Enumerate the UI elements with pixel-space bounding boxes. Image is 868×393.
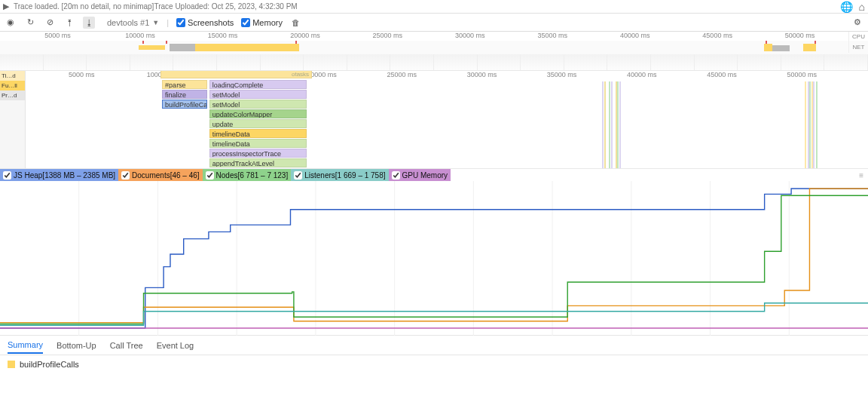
- flame-bar[interactable]: processInspectorTrace: [209, 149, 307, 158]
- flame-track-header[interactable]: Ti…d: [0, 71, 25, 81]
- screenshot-thumb[interactable]: [564, 54, 608, 70]
- context-label: devtools #1: [107, 18, 149, 27]
- screenshots-checkbox[interactable]: [176, 18, 185, 27]
- screenshot-thumb[interactable]: [824, 54, 868, 70]
- home-icon[interactable]: ⌂: [859, 1, 865, 13]
- legend-listeners-label: Listeners[1 669 – 1 758]: [304, 171, 385, 180]
- context-selector[interactable]: devtools #1 ▼: [107, 18, 159, 27]
- toolbar: ◉ ↻ ⊘ ⭱ ⭳ devtools #1 ▼ | Screenshots Me…: [0, 14, 868, 32]
- screenshot-thumb[interactable]: [304, 54, 347, 70]
- flame-tick: 30000 ms: [467, 71, 497, 78]
- screenshot-thumb[interactable]: [130, 54, 174, 70]
- screenshot-thumb[interactable]: [781, 54, 825, 70]
- side-meters: CPU NET: [848, 32, 868, 53]
- memory-checkbox[interactable]: [241, 18, 250, 27]
- screenshot-thumb[interactable]: [738, 54, 781, 70]
- garbage-collect-icon[interactable]: 🗑: [290, 17, 302, 29]
- flame-bar[interactable]: appendTrackAtLevel: [209, 158, 307, 167]
- screenshots-toggle[interactable]: Screenshots: [176, 18, 234, 27]
- overview-tick: 50000 ms: [785, 32, 815, 39]
- flame-ruler: 5000 ms10000 ms15000 ms20000 ms25000 ms3…: [26, 71, 868, 80]
- screenshot-thumb[interactable]: [521, 54, 564, 70]
- flame-tick: 50000 ms: [787, 71, 817, 78]
- legend-nodes-label: Nodes[6 781 – 7 123]: [216, 171, 289, 180]
- screenshot-thumb[interactable]: [651, 54, 695, 70]
- legend-documents-label: Documents[46 – 46]: [132, 171, 200, 180]
- legend-gpu-label: GPU Memory: [402, 171, 448, 180]
- screenshot-thumb[interactable]: [607, 54, 651, 70]
- screenshot-thumb[interactable]: [173, 54, 217, 70]
- flame-chart[interactable]: Ti…dFu…llPr…d 5000 ms10000 ms15000 ms200…: [0, 71, 868, 169]
- flame-track-header[interactable]: Fu…ll: [0, 81, 25, 91]
- legend-documents[interactable]: Documents[46 – 46]: [118, 169, 203, 181]
- flame-bar[interactable]: #parse: [162, 80, 207, 89]
- flame-tick: 35000 ms: [547, 71, 577, 78]
- flame-body[interactable]: 5000 ms10000 ms15000 ms20000 ms25000 ms3…: [26, 71, 868, 168]
- screenshot-thumb[interactable]: [347, 54, 391, 70]
- screenshot-thumb[interactable]: [0, 54, 44, 70]
- globe-icon[interactable]: 🌐: [840, 1, 853, 13]
- legend-nodes-checkbox[interactable]: [206, 171, 214, 180]
- bottom-tab[interactable]: Bottom-Up: [57, 338, 96, 353]
- overview-tick: 15000 ms: [208, 32, 238, 39]
- record-icon[interactable]: ◉: [5, 17, 17, 29]
- legend-listeners[interactable]: Listeners[1 669 – 1 758]: [291, 169, 388, 181]
- legend-listeners-checkbox[interactable]: [294, 171, 302, 180]
- memory-label: Memory: [252, 18, 283, 27]
- gear-icon[interactable]: ⚙: [851, 17, 863, 29]
- legend-gpu[interactable]: GPU Memory: [389, 169, 451, 181]
- memory-series: [0, 195, 868, 324]
- flame-bar[interactable]: timelineData: [209, 139, 307, 148]
- flame-tick: 40000 ms: [627, 71, 657, 78]
- play-icon[interactable]: ▶: [3, 2, 9, 11]
- bottom-tab[interactable]: Call Tree: [110, 338, 143, 353]
- trace-loaded-text: Trace loaded. [20m no detail, no minimap…: [14, 2, 154, 11]
- download-icon[interactable]: ⭳: [83, 17, 95, 29]
- screenshot-thumb[interactable]: [695, 54, 738, 70]
- legend-documents-checkbox[interactable]: [121, 171, 130, 180]
- legend-gpu-checkbox[interactable]: [392, 171, 400, 180]
- screenshot-thumb[interactable]: [434, 54, 478, 70]
- bottom-tab[interactable]: Summary: [8, 337, 43, 354]
- overview-tick: 10000 ms: [125, 32, 155, 39]
- flame-bar[interactable]: timelineData: [209, 129, 307, 138]
- screenshot-thumb[interactable]: [44, 54, 87, 70]
- cpu-label: CPU: [848, 32, 868, 42]
- screenshot-thumb[interactable]: [217, 54, 261, 70]
- screenshot-thumb[interactable]: [390, 54, 434, 70]
- screenshot-thumb[interactable]: [478, 54, 521, 70]
- flame-microtask[interactable]: otasks: [160, 71, 312, 78]
- upload-icon[interactable]: ⭱: [63, 17, 75, 29]
- clear-icon[interactable]: ⊘: [44, 17, 56, 29]
- summary-swatch: [8, 361, 15, 368]
- flame-bar[interactable]: buildProfileCalls: [162, 100, 207, 109]
- flame-bar[interactable]: setModel: [209, 100, 307, 109]
- screenshot-thumb[interactable]: [87, 54, 130, 70]
- flame-track-headers: Ti…dFu…llPr…d: [0, 71, 26, 168]
- memory-toggle[interactable]: Memory: [241, 18, 283, 27]
- timeline-overview[interactable]: 5000 ms10000 ms15000 ms20000 ms25000 ms3…: [0, 32, 868, 54]
- memory-series: [0, 189, 868, 323]
- overview-tick: 5000 ms: [44, 32, 71, 39]
- legend-js-heap[interactable]: JS Heap[1388 MB – 2385 MB]: [0, 169, 118, 181]
- overview-tick: 25000 ms: [373, 32, 403, 39]
- flame-bar[interactable]: updateColorMapper: [209, 109, 307, 118]
- flame-track-header[interactable]: Pr…d: [0, 91, 25, 100]
- bottom-tab[interactable]: Event Log: [157, 338, 194, 353]
- screenshots-strip[interactable]: [0, 54, 868, 71]
- flame-bar[interactable]: setModel: [209, 90, 307, 99]
- reload-icon[interactable]: ↻: [24, 17, 36, 29]
- legend-js-heap-checkbox[interactable]: [3, 171, 11, 180]
- screenshot-thumb[interactable]: [261, 54, 304, 70]
- flame-bar[interactable]: loadingComplete: [209, 80, 307, 89]
- flame-bar[interactable]: update: [209, 119, 307, 128]
- overview-tick: 35000 ms: [537, 32, 567, 39]
- flame-tick: 5000 ms: [69, 71, 95, 78]
- legend-nodes[interactable]: Nodes[6 781 – 7 123]: [203, 169, 292, 181]
- net-label: NET: [848, 42, 868, 53]
- flame-bar[interactable]: finalize: [162, 90, 207, 99]
- memory-chart[interactable]: [0, 181, 868, 336]
- legend-js-heap-label: JS Heap[1388 MB – 2385 MB]: [14, 171, 115, 180]
- memory-legend-menu-icon[interactable]: ≡: [859, 171, 868, 180]
- overview-tick: 20000 ms: [290, 32, 320, 39]
